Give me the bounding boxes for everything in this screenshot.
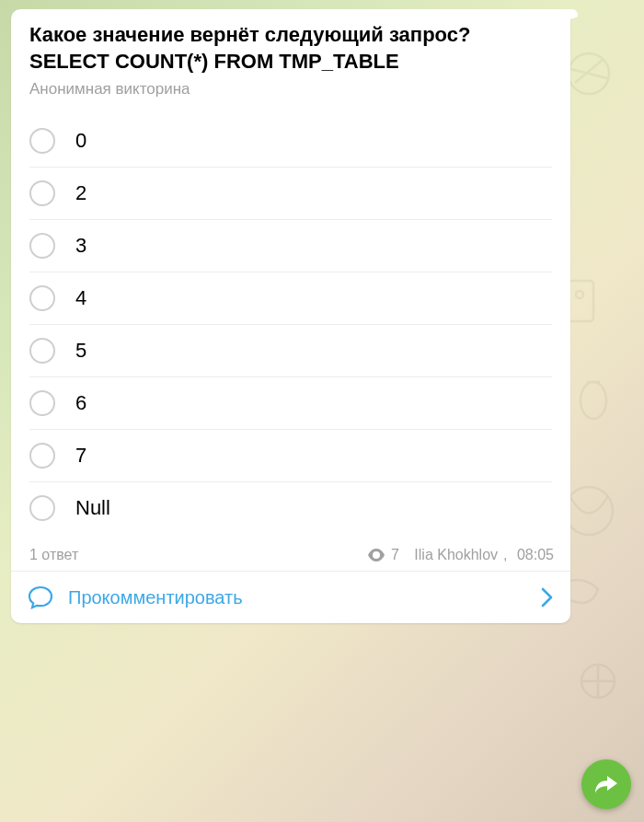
radio-icon [29, 390, 55, 416]
poll-option[interactable]: 4 [26, 272, 552, 325]
poll-option-label: 3 [75, 234, 86, 258]
poll-option[interactable]: 5 [26, 325, 552, 377]
radio-icon [29, 128, 55, 154]
poll-option-label: 6 [75, 391, 86, 415]
radio-icon [29, 443, 55, 469]
comment-button[interactable]: Прокомментировать [11, 571, 570, 623]
poll-option-label: 7 [75, 444, 86, 468]
comment-icon [28, 585, 53, 610]
radio-icon [29, 338, 55, 364]
poll-option[interactable]: 6 [26, 377, 552, 430]
share-button[interactable] [581, 759, 631, 809]
poll-footer: 1 ответ 7 Ilia Khokhlov, 08:05 [11, 538, 570, 571]
poll-option[interactable]: Null [26, 482, 552, 534]
poll-option[interactable]: 0 [26, 115, 552, 168]
poll-option-label: 0 [75, 129, 86, 153]
poll-option[interactable]: 7 [26, 430, 552, 482]
radio-icon [29, 180, 55, 206]
share-icon [594, 773, 618, 795]
poll-option[interactable]: 2 [26, 168, 552, 220]
author-name: Ilia Khokhlov [414, 547, 498, 563]
radio-icon [29, 233, 55, 259]
poll-option-label: Null [75, 496, 110, 520]
answers-count: 1 ответ [29, 547, 78, 563]
comment-label: Прокомментировать [68, 587, 541, 608]
poll-option-label: 5 [75, 339, 86, 363]
poll-type-label: Анонимная викторина [29, 80, 552, 98]
views-count: 7 [391, 547, 399, 563]
svg-point-5 [581, 665, 615, 698]
poll-question: Какое значение вернёт следующий запрос? … [29, 22, 552, 75]
radio-icon [29, 495, 55, 521]
radio-icon [29, 285, 55, 311]
poll-message-bubble: Какое значение вернёт следующий запрос? … [11, 9, 570, 623]
poll-option-label: 2 [75, 181, 86, 205]
poll-option[interactable]: 3 [26, 220, 552, 272]
views-icon [367, 549, 385, 562]
poll-options-list: 0 2 3 [26, 115, 552, 534]
poll-option-label: 4 [75, 286, 86, 310]
chevron-right-icon [541, 587, 554, 608]
bubble-tail [563, 9, 578, 24]
message-time: 08:05 [517, 547, 554, 563]
